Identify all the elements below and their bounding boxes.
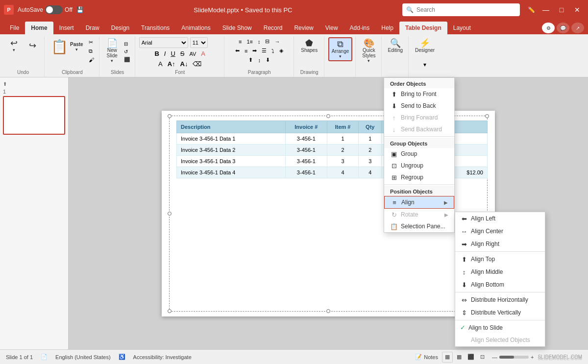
handle-bc[interactable]	[326, 309, 330, 313]
handle-ml[interactable]	[168, 212, 172, 216]
search-bar[interactable]: 🔍	[402, 3, 520, 16]
new-slide-button[interactable]: 📄 NewSlide ▾	[103, 37, 121, 65]
quick-styles-button[interactable]: 🎨 QuickStyles ▾	[360, 37, 378, 65]
clearformat-button[interactable]: ⌫	[191, 59, 203, 69]
ungroup-item[interactable]: ⊡ Ungroup	[384, 160, 454, 171]
bold-button[interactable]: B	[152, 49, 161, 58]
comments-btn[interactable]: 💬	[557, 23, 569, 33]
notes-button[interactable]: 📝 Notes	[415, 354, 438, 360]
paste-button[interactable]: 📋 Paste ▾	[49, 37, 86, 56]
ribbon-collapse-btn[interactable]: ⚙	[542, 23, 555, 33]
align-right-item[interactable]: ➡ Align Right	[455, 238, 545, 250]
undo-arrow[interactable]: ▾	[13, 48, 15, 52]
underline-button[interactable]: U	[169, 49, 177, 58]
highlight-button[interactable]: A	[156, 59, 165, 69]
autosave-toggle[interactable]	[45, 5, 63, 14]
distribute-horizontally-item[interactable]: ⇔ Distribute Horizontally	[455, 293, 545, 306]
tab-help[interactable]: Help	[375, 22, 399, 34]
format-painter-button[interactable]: 🖌	[87, 56, 96, 64]
distribute-vertically-item[interactable]: ⇕ Distribute Vertically	[455, 306, 545, 319]
tab-home[interactable]: Home	[25, 22, 53, 34]
close-button[interactable]: ✕	[570, 3, 584, 16]
restore-button[interactable]: □	[555, 3, 568, 16]
handle-tl[interactable]	[168, 114, 172, 118]
strikethrough-button[interactable]: S	[178, 49, 187, 58]
align-center-item[interactable]: ↔ Align Center	[455, 225, 545, 238]
numbering-button[interactable]: 1≡	[245, 38, 255, 46]
shapes-button[interactable]: ⬟ Shapes	[298, 37, 320, 54]
align-middle-item[interactable]: ↕ Align Middle	[455, 266, 545, 278]
tab-file[interactable]: File	[4, 22, 25, 34]
designer-collapse-btn[interactable]: ▾	[420, 54, 430, 75]
regroup-item[interactable]: ⊞ Regroup	[384, 171, 454, 183]
tab-addins[interactable]: Add-ins	[344, 22, 376, 34]
tab-review[interactable]: Review	[288, 22, 319, 34]
fontsize-increase-button[interactable]: A↑	[166, 59, 177, 69]
selection-pane-item[interactable]: 📋 Selection Pane...	[384, 220, 454, 232]
tab-insert[interactable]: Insert	[53, 22, 80, 34]
tab-view[interactable]: View	[319, 22, 344, 34]
tab-layout[interactable]: Layout	[447, 22, 477, 34]
bring-to-front-item[interactable]: ⬆ Bring to Front	[384, 88, 454, 100]
language[interactable]: English (United States)	[55, 354, 111, 360]
copy-button[interactable]: ⧉	[87, 47, 96, 55]
font-family-selector[interactable]: Arial	[139, 37, 188, 48]
indent-right-button[interactable]: →	[272, 38, 282, 46]
editing-button[interactable]: 🔍 Editing	[386, 37, 406, 54]
reset-button[interactable]: ↺	[122, 48, 132, 55]
send-to-back-item[interactable]: ⬇ Send to Back	[384, 100, 454, 112]
tab-design[interactable]: Design	[105, 22, 135, 34]
share-btn[interactable]: ↗	[571, 23, 584, 33]
linespacing-button[interactable]: ↕	[256, 38, 263, 46]
font-size-selector[interactable]: 11	[190, 37, 208, 48]
normal-view-button[interactable]: ▦	[442, 352, 453, 363]
fontcolor-button[interactable]: A	[199, 49, 207, 58]
slide-thumbnail[interactable]: Description Invoice # Data 13-456-1 Data…	[3, 96, 65, 135]
align-item[interactable]: ≡ Align ▶	[384, 196, 454, 209]
handle-tr[interactable]	[485, 114, 489, 118]
valign-middle-button[interactable]: ↕	[256, 56, 263, 64]
save-icon[interactable]: 💾	[76, 6, 84, 13]
handle-bl[interactable]	[168, 309, 172, 313]
cut-button[interactable]: ✂	[87, 38, 96, 47]
valign-top-button[interactable]: ⬆	[246, 56, 255, 64]
align-top-item[interactable]: ⬆ Align Top	[455, 253, 545, 266]
tab-draw[interactable]: Draw	[80, 22, 105, 34]
tab-table-design[interactable]: Table Design	[399, 22, 447, 34]
accessibility-label[interactable]: Accessibility: Investigate	[133, 354, 192, 360]
align-bottom-item[interactable]: ⬇ Align Bottom	[455, 278, 545, 291]
tab-record[interactable]: Record	[258, 22, 289, 34]
textdirection-button[interactable]: ⤵	[270, 47, 276, 55]
section-button[interactable]: ⬛	[122, 56, 132, 63]
arrange-button[interactable]: ⧉ Arrange ▾	[328, 37, 353, 61]
italic-button[interactable]: I	[162, 49, 168, 58]
group-item[interactable]: ▣ Group	[384, 148, 454, 160]
reading-view-button[interactable]: ⬛	[466, 352, 476, 363]
pen-icon[interactable]: ✏️	[528, 6, 535, 13]
presenter-view-button[interactable]: ⊡	[477, 352, 488, 363]
charspacing-button[interactable]: AV	[187, 50, 198, 58]
align-right-ribbon-button[interactable]: ➡	[250, 47, 259, 55]
smartart-button[interactable]: ◈	[277, 47, 285, 55]
tab-transitions[interactable]: Transitions	[135, 22, 175, 34]
columns-button[interactable]: ⊟	[263, 37, 271, 46]
handle-tc[interactable]	[326, 114, 330, 118]
zoom-in-button[interactable]: +	[531, 354, 534, 360]
redo-button[interactable]: ↪	[24, 40, 41, 51]
align-to-slide-item[interactable]: ✓ Align to Slide	[455, 321, 545, 334]
fontsize-decrease-button[interactable]: A↓	[178, 59, 190, 69]
align-left-ribbon-button[interactable]: ⬅	[233, 47, 242, 55]
align-center-ribbon-button[interactable]: ≡	[243, 47, 249, 55]
justify-ribbon-button[interactable]: ☰	[260, 47, 269, 55]
zoom-slider[interactable]	[499, 356, 529, 359]
search-input[interactable]	[416, 6, 516, 13]
layout-button[interactable]: ⊟	[122, 40, 132, 48]
zoom-out-button[interactable]: —	[492, 354, 497, 360]
slide-panel-collapse-icon[interactable]: ⬆	[3, 81, 7, 87]
slide-sorter-button[interactable]: ▩	[454, 352, 465, 363]
align-left-item[interactable]: ⬅ Align Left	[455, 212, 545, 225]
tab-animations[interactable]: Animations	[175, 22, 216, 34]
bullets-button[interactable]: ≡	[237, 38, 244, 46]
minimize-button[interactable]: —	[539, 3, 553, 16]
rotate-item[interactable]: ↻ Rotate ▶	[384, 209, 454, 220]
